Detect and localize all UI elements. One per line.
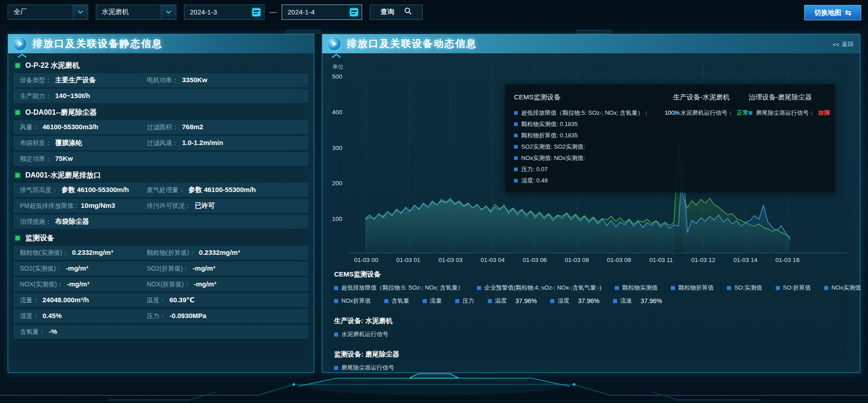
- blue-square-icon: [749, 111, 752, 115]
- y-axis-tick: 100: [332, 216, 342, 222]
- y-axis-tick: 500: [332, 73, 342, 80]
- legend-item[interactable]: 含氧量: [384, 297, 409, 305]
- legend-item-label: NOx实测值: [831, 284, 861, 292]
- chevron-up-icon: [17, 52, 27, 60]
- field-value: 布袋除尘器: [55, 217, 89, 226]
- blue-square-icon: [514, 111, 518, 115]
- query-button[interactable]: 查询: [370, 5, 423, 20]
- legend-item[interactable]: SO:实测值: [727, 284, 762, 292]
- legend-item[interactable]: 磨尾除尘器运行信号: [334, 364, 394, 372]
- tooltip-item-label: 超低排放限值（颗拉物:5: SOz-; NOx; 含氧量）：: [521, 109, 649, 117]
- legend-item-label: NOx折算值: [341, 297, 371, 305]
- date-range-separator: —: [269, 8, 277, 16]
- dynamic-panel-title: 排放口及关联设备动态信息: [347, 37, 477, 51]
- play-icon: [328, 37, 340, 50]
- device-select[interactable]: 水泥磨机: [96, 5, 176, 20]
- x-axis-tick: 01-03 09: [607, 257, 631, 263]
- calendar-icon[interactable]: [350, 8, 358, 16]
- emissions-trend-chart[interactable]: 01-03 0001-03 0101-03 0301-03 0401-03 06…: [322, 53, 860, 266]
- legend-item[interactable]: 压力: [455, 297, 474, 305]
- info-cell: 治理措施：布袋除尘器: [20, 217, 308, 226]
- field-value: -mg/m³: [193, 264, 215, 272]
- scrollbar-handle[interactable]: [286, 30, 321, 34]
- legend-item-label: 压力: [462, 297, 474, 305]
- legend-item[interactable]: 颗粒物实测值: [615, 284, 657, 292]
- chevron-down-icon[interactable]: [73, 5, 88, 19]
- legend-item[interactable]: 超低排放限值（颗拉物:5: SOz-; NOx; 含氧量）: [334, 284, 463, 292]
- field-label: 设备类型：: [20, 76, 52, 84]
- tooltip-item: 压力: 0.07: [514, 164, 673, 175]
- legend-item[interactable]: 颗粒物折算值: [671, 284, 713, 292]
- legend-item[interactable]: 流量: [423, 297, 442, 305]
- info-cell: 流量：24048.000m³/h: [20, 296, 147, 305]
- blue-square-icon: [727, 286, 731, 290]
- field-value: -mg/m³: [193, 280, 216, 288]
- info-cell: 含氧量：-%: [20, 328, 308, 336]
- legend-item[interactable]: 温度37.96%: [488, 297, 537, 305]
- info-cell: 颗粒物(折算值)：0.2332mg/m³: [147, 248, 308, 257]
- tooltip-item-label: 湿度: 0.49: [521, 177, 548, 185]
- field-value: 参数 46100-55300m/h: [189, 186, 256, 194]
- field-label: 布袋材质：: [20, 139, 52, 147]
- green-square-icon: [15, 110, 20, 115]
- static-info-list: O-P-22 水泥磨机设备类型：主要生产设备电机功率：3350Kw生产能力：14…: [8, 53, 314, 339]
- field-label: NOX(实测值)：: [20, 281, 63, 289]
- start-date-value: 2024-1-3: [190, 8, 217, 16]
- x-axis-tick: 01-03 04: [481, 257, 505, 263]
- info-cell: 颗粒物(实测值)：0.2332mg/m³: [20, 248, 147, 257]
- blue-square-icon: [514, 179, 518, 183]
- plant-select[interactable]: 全厂: [8, 5, 88, 20]
- field-value: 75Kw: [55, 155, 73, 162]
- legend-item-label: 湿度: [557, 297, 569, 305]
- field-label: 风量：: [20, 123, 39, 131]
- tooltip-item-label: 水泥磨机运行信号：: [680, 109, 733, 117]
- green-square-icon: [15, 173, 20, 178]
- field-label: 额定功率：: [20, 155, 52, 163]
- field-label: 湿度：: [20, 312, 39, 320]
- field-value: 0.2332mg/m³: [72, 248, 113, 256]
- field-label: 颗粒物(折算值)：: [147, 249, 195, 257]
- y-axis-tick: 200: [332, 180, 342, 187]
- info-cell: 压力：-0.0930MPa: [147, 312, 308, 320]
- chevron-down-icon[interactable]: [161, 5, 176, 19]
- info-cell: NOX(折算值)：-mg/m³: [147, 280, 308, 289]
- tooltip-item: 水泥磨机运行信号： 正常: [673, 107, 749, 118]
- calendar-icon[interactable]: [252, 8, 260, 16]
- blue-square-icon: [334, 286, 338, 290]
- info-cell: 过滤风速：1.0-1.2m/min: [147, 139, 308, 147]
- field-value: -mg/m³: [67, 280, 90, 288]
- legend-item[interactable]: 湿度37.96%: [550, 297, 599, 305]
- legend-item[interactable]: 流速37.96%: [613, 297, 662, 305]
- legend-item-value: 37.96%: [578, 297, 599, 305]
- end-date-input[interactable]: 2024-1-4: [282, 5, 362, 20]
- blue-square-icon: [514, 122, 518, 126]
- play-icon: [14, 37, 26, 50]
- info-row: 额定功率：75Kw: [14, 152, 308, 166]
- x-axis-tick: 01-03 16: [775, 257, 799, 263]
- legend-item[interactable]: 水泥磨机运行信号: [334, 330, 388, 338]
- back-link[interactable]: << 返回: [833, 40, 854, 48]
- info-cell: 排污许可状况：已许可: [147, 202, 308, 210]
- info-cell: 布袋材质：覆膜涤纶: [20, 139, 147, 147]
- blue-square-icon: [514, 156, 518, 160]
- field-label: PM超低排排放限值::: [20, 202, 77, 210]
- legend-group-title-production: 生产设备: 水泥磨机: [334, 317, 848, 325]
- legend-item[interactable]: NOx实测值: [824, 284, 861, 292]
- start-date-input[interactable]: 2024-1-3: [184, 5, 264, 20]
- tooltip-title: 生产设备-水泥磨机: [673, 93, 749, 102]
- legend-item[interactable]: SO:折算值: [776, 284, 811, 292]
- chart-tooltip: CEMS监测设备 超低排放限值（颗拉物:5: SOz-; NOx; 含氧量）：1…: [505, 84, 835, 192]
- chart-legend: CEMS监测设备 超低排放限值（颗拉物:5: SOz-; NOx; 含氧量）企业…: [322, 270, 860, 372]
- map-swap-icon: ⇆: [845, 9, 851, 17]
- legend-item[interactable]: NOx折算值: [334, 297, 371, 305]
- legend-item[interactable]: 企业预警值(颗粒物:4; sOz-; NOx-;含氧气量:-): [477, 284, 601, 292]
- info-row: 流量：24048.000m³/h温度：60.39℃: [14, 293, 308, 307]
- field-label: 过滤风速：: [147, 139, 179, 147]
- x-axis-tick: 01-03 03: [439, 257, 462, 263]
- info-cell: 电机功率：3350Kw: [147, 76, 308, 84]
- field-value: 24048.000m³/h: [42, 296, 89, 304]
- legend-item-label: 含氧量: [392, 297, 409, 305]
- scrollbar-handle[interactable]: [577, 30, 612, 34]
- info-row: NOX(实测值)：-mg/m³NOX(折算值)：-mg/m³: [14, 277, 308, 291]
- switch-map-button[interactable]: 切换地图 ⇆: [804, 5, 861, 20]
